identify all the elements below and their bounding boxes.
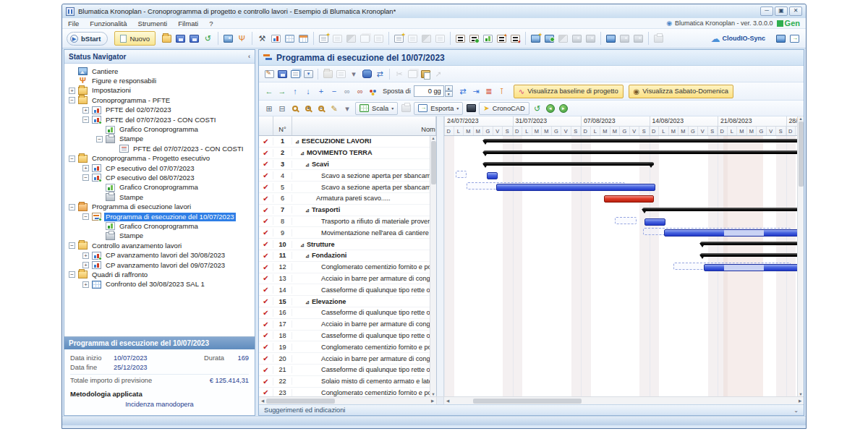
- task-name[interactable]: ⊿Scavi: [292, 161, 430, 168]
- pen-dd-icon[interactable]: ▾: [341, 102, 353, 114]
- tree-item[interactable]: −Quadri di raffronto: [64, 270, 255, 279]
- task-check-icon[interactable]: ✔: [259, 320, 273, 328]
- doc-disabled-icon[interactable]: [373, 32, 385, 46]
- report-check-icon[interactable]: [543, 32, 556, 46]
- collapse-triangle-icon[interactable]: ⊿: [300, 242, 305, 247]
- link-icon[interactable]: ∞: [341, 85, 353, 98]
- task-name[interactable]: Casseforme di qualunque tipo rette o cen…: [292, 309, 430, 316]
- import-icon[interactable]: [302, 68, 314, 80]
- task-check-icon[interactable]: ✔: [259, 343, 273, 351]
- table-chart-splitter[interactable]: [437, 116, 444, 396]
- task-name[interactable]: ⊿Trasporti: [292, 206, 430, 213]
- task-name[interactable]: ⊿Elevazione: [292, 298, 430, 305]
- nav-next-icon[interactable]: [558, 102, 569, 114]
- swap-icon[interactable]: ⇄: [374, 68, 386, 80]
- collapse-triangle-icon[interactable]: ⊿: [295, 139, 299, 144]
- task-name[interactable]: ⊿ESECUZIONE LAVORI: [292, 137, 430, 145]
- table-row[interactable]: ✔21Casseforme di qualunque tipo rette o …: [259, 365, 430, 376]
- table-row[interactable]: ✔4Scavo a sezione aperta per sbancamento…: [259, 170, 430, 182]
- chart-hscroll-right-icon[interactable]: ▶: [796, 399, 804, 403]
- num-column-header[interactable]: N°: [273, 116, 292, 135]
- format-disabled-icon[interactable]: ➚: [433, 68, 444, 80]
- chart-scroll-up-icon[interactable]: ▲: [799, 116, 802, 121]
- collapse-triangle-icon[interactable]: ⊿: [300, 150, 305, 156]
- compare-icon[interactable]: [605, 32, 617, 46]
- table-row[interactable]: ✔15⊿Elevazione: [259, 296, 430, 307]
- table-horizontal-scrollbar[interactable]: ◀ ▶: [259, 397, 437, 404]
- table-hscroll-thumb[interactable]: [266, 399, 335, 404]
- task-name[interactable]: ⊿MOVIMENTO TERRA: [292, 149, 430, 156]
- collapse-triangle-icon[interactable]: ⊿: [305, 253, 310, 258]
- chart-vscroll-thumb[interactable]: [799, 122, 804, 187]
- task-check-icon[interactable]: ✔: [259, 263, 273, 271]
- save-icon[interactable]: [174, 32, 187, 46]
- tree-item[interactable]: +CP esecutivo del 07/07/2023: [64, 163, 255, 173]
- snapshot-icon[interactable]: [465, 102, 477, 114]
- remove-icon[interactable]: −: [328, 85, 340, 98]
- table-row[interactable]: ✔5Scavo a sezione aperta per sbancamento…: [259, 182, 430, 193]
- new-esecutivo-icon[interactable]: [393, 32, 405, 46]
- task-check-icon[interactable]: ✔: [259, 286, 273, 294]
- gantt-critical-bar[interactable]: [604, 195, 654, 203]
- weekend-toggle-button[interactable]: ◉ Visualizza Sabato-Domenica: [629, 85, 733, 98]
- expand-timeline-icon[interactable]: ⇄: [457, 85, 469, 98]
- tree-item[interactable]: −Cronoprogramma - Progetto esecutivo: [64, 154, 255, 163]
- minimize-button[interactable]: ─: [760, 7, 773, 16]
- name-column-header[interactable]: Nome: [292, 116, 436, 135]
- tree-item[interactable]: −Programma di esecuzione del 10/07/2023: [64, 212, 255, 221]
- report-disabled2-icon[interactable]: [584, 32, 597, 46]
- tree-item[interactable]: Grafico Cronoprogramma: [64, 221, 255, 231]
- table-row[interactable]: ✔8Trasporto a rifiuto di materiale prove…: [259, 216, 430, 228]
- collapse-all-icon[interactable]: ⊟: [276, 102, 288, 114]
- tree-item[interactable]: Grafico Cronoprogramma: [64, 124, 255, 134]
- gantt-check-icon[interactable]: [468, 32, 480, 46]
- paste-icon[interactable]: [420, 68, 431, 80]
- move-up-icon[interactable]: ↑: [289, 85, 301, 98]
- zoom-in-icon[interactable]: [302, 102, 314, 114]
- task-name[interactable]: Acciaio in barre per armature di conglom…: [292, 355, 430, 362]
- add-icon[interactable]: +: [315, 85, 327, 98]
- expand-icon[interactable]: +: [82, 252, 89, 259]
- table-row[interactable]: ✔14Casseforme di qualunque tipo rette o …: [259, 284, 430, 296]
- task-name[interactable]: ⊿Fondazioni: [292, 252, 430, 259]
- task-check-icon[interactable]: ✔: [259, 331, 273, 339]
- collapse-triangle-icon[interactable]: ⊿: [305, 299, 310, 305]
- task-name[interactable]: Conglomerato cementizio fornito e posto …: [292, 344, 430, 351]
- task-name[interactable]: Solaio misto di cemento armato e lateriz…: [292, 378, 430, 385]
- task-name[interactable]: Armatura pareti scavo.....: [292, 195, 430, 202]
- save-gantt-icon[interactable]: [276, 68, 288, 80]
- chart-esecutivo-disabled-icon[interactable]: [420, 32, 433, 46]
- collapse-icon[interactable]: −: [82, 116, 89, 123]
- collapse-triangle-icon[interactable]: ⊿: [305, 162, 310, 167]
- tree-item[interactable]: +CP avanzamento lavori del 30/08/2023: [64, 250, 255, 260]
- table-row[interactable]: ✔2⊿MOVIMENTO TERRA: [259, 148, 430, 159]
- sposta-input[interactable]: 0 gg: [414, 85, 444, 97]
- collapse-icon[interactable]: −: [69, 271, 75, 278]
- task-check-icon[interactable]: ✔: [259, 274, 273, 282]
- new-cronoprogramma-icon[interactable]: [318, 32, 330, 46]
- hint-bar[interactable]: Suggerimenti ed indicazioni ⌄: [259, 404, 804, 415]
- tree-item[interactable]: Figure e responsabili: [64, 76, 255, 85]
- tree-item[interactable]: −Cronoprogramma - PFTE: [64, 95, 255, 105]
- report-disabled-icon[interactable]: [571, 32, 583, 46]
- table-icon[interactable]: [284, 32, 296, 46]
- open-file-icon[interactable]: [161, 32, 173, 46]
- task-check-icon[interactable]: ✔: [259, 240, 273, 248]
- task-check-icon[interactable]: ✔: [259, 217, 273, 225]
- task-name[interactable]: Acciaio in barre per armature di conglom…: [292, 320, 430, 328]
- baseline-toggle-button[interactable]: ∿ Visualizza baseline di progetto: [514, 85, 624, 98]
- duplicate-icon[interactable]: [289, 68, 301, 80]
- new-task-disabled-icon[interactable]: [335, 68, 346, 80]
- gantt-summary-bar[interactable]: [483, 162, 654, 166]
- tree-item[interactable]: Grafico Cronoprogramma: [64, 183, 255, 192]
- task-check-icon[interactable]: ✔: [259, 137, 273, 145]
- cronocad-button[interactable]: ➤ CronoCAD: [479, 102, 529, 115]
- menu-filmati[interactable]: Filmati: [178, 20, 198, 27]
- gantt-link-icon[interactable]: ⊺: [496, 85, 508, 98]
- levelling-icon[interactable]: ≣: [483, 85, 495, 98]
- task-check-icon[interactable]: ✔: [259, 195, 273, 203]
- bstart-button[interactable]: ▶ bStart: [67, 32, 108, 46]
- maximize-button[interactable]: ▣: [775, 7, 788, 16]
- task-check-icon[interactable]: ✔: [259, 366, 273, 374]
- edit-properties-icon[interactable]: [263, 68, 275, 80]
